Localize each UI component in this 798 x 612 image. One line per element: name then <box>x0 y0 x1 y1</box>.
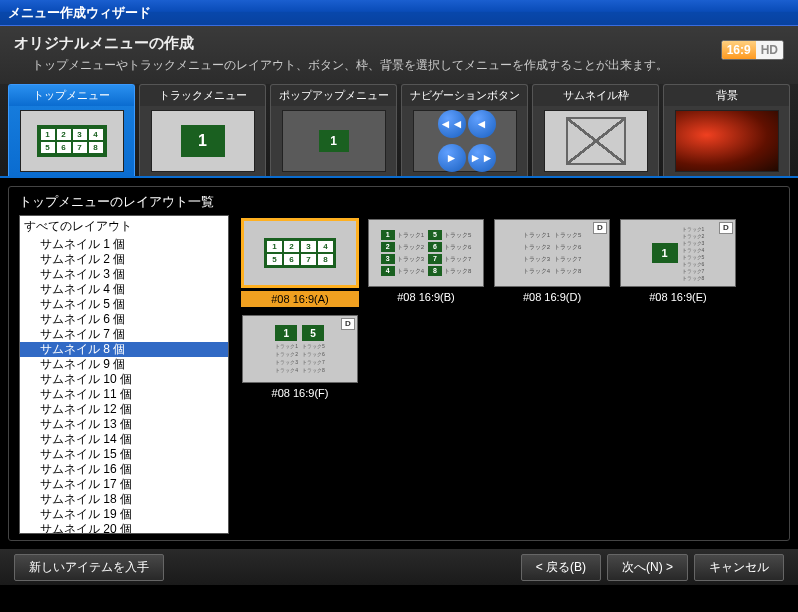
tree-item[interactable]: サムネイル 14 個 <box>20 432 228 447</box>
layout-tree[interactable]: すべてのレイアウト サムネイル 1 個サムネイル 2 個サムネイル 3 個サムネ… <box>19 215 229 534</box>
tree-item[interactable]: サムネイル 1 個 <box>20 237 228 252</box>
thumbnail-preview: トラック1トラック2トラック3トラック4トラック5トラック6トラック7トラック8… <box>494 219 610 287</box>
tree-item[interactable]: サムネイル 12 個 <box>20 402 228 417</box>
category-tabs: トップメニュー 1234 5678 トラックメニュー 1 ポップアップメニュー … <box>0 84 798 178</box>
layout-list-icon: トラック1トラック2トラック3トラック4トラック5トラック6トラック7トラック8 <box>523 230 582 276</box>
tree-item[interactable]: サムネイル 7 個 <box>20 327 228 342</box>
tree-item[interactable]: サムネイル 11 個 <box>20 387 228 402</box>
tab-label: ナビゲーションボタン <box>402 85 527 106</box>
tab-thumbnail-frame[interactable]: サムネイル枠 <box>532 84 659 176</box>
play-icon: ► <box>438 144 466 172</box>
tab-track-menu[interactable]: トラックメニュー 1 <box>139 84 266 176</box>
tree-item[interactable]: サムネイル 10 個 <box>20 372 228 387</box>
tree-item[interactable]: サムネイル 19 個 <box>20 507 228 522</box>
page-description: トップメニューやトラックメニューのレイアウト、ボタン、枠、背景を選択してメニュー… <box>14 57 784 74</box>
thumbnail-label: #08 16:9(A) <box>241 291 359 307</box>
nav-buttons-icon: ◄◄ ◄ ► ►► <box>438 110 492 172</box>
layout-single-icon: 1 <box>181 125 225 157</box>
rewind-icon: ◄◄ <box>438 110 466 138</box>
layout-thumbnail[interactable]: 1トラック1トラック2トラック3トラック4トラック5トラック6トラック7トラック… <box>619 219 737 307</box>
tab-nav-buttons[interactable]: ナビゲーションボタン ◄◄ ◄ ► ►► <box>401 84 528 176</box>
main-panel: トップメニューのレイアウト一覧 すべてのレイアウト サムネイル 1 個サムネイル… <box>8 186 790 541</box>
thumbnail-label: #08 16:9(E) <box>649 291 706 303</box>
dolby-badge-icon: D <box>593 222 607 234</box>
tree-item[interactable]: サムネイル 6 個 <box>20 312 228 327</box>
dolby-badge-icon: D <box>341 318 355 330</box>
tab-label: サムネイル枠 <box>533 85 658 106</box>
tree-item[interactable]: サムネイル 20 個 <box>20 522 228 534</box>
thumbnail-label: #08 16:9(F) <box>272 387 329 399</box>
aspect-ratio-label: 16:9 <box>722 41 756 59</box>
tab-background[interactable]: 背景 <box>663 84 790 176</box>
tab-preview <box>675 110 779 172</box>
thumbnail-preview: 1トラック1トラック2トラック3トラック4トラック5トラック6トラック7トラック… <box>620 219 736 287</box>
tab-preview: ◄◄ ◄ ► ►► <box>413 110 517 172</box>
back-button[interactable]: < 戻る(B) <box>521 554 601 581</box>
tab-preview <box>544 110 648 172</box>
tree-item[interactable]: サムネイル 18 個 <box>20 492 228 507</box>
tab-label: 背景 <box>664 85 789 106</box>
tree-item[interactable]: サムネイル 8 個 <box>20 342 228 357</box>
layout-one-icon: 1トラック1トラック2トラック3トラック4トラック5トラック6トラック7トラック… <box>652 226 705 281</box>
tree-item[interactable]: サムネイル 15 個 <box>20 447 228 462</box>
frame-placeholder-icon <box>566 117 626 165</box>
forward-icon: ►► <box>468 144 496 172</box>
tab-preview: 1 <box>151 110 255 172</box>
hd-label: HD <box>756 41 783 59</box>
thumbnail-preview: 1トラック12トラック23トラック34トラック45トラック56トラック67トラッ… <box>368 219 484 287</box>
tab-label: トップメニュー <box>9 85 134 106</box>
tab-label: トラックメニュー <box>140 85 265 106</box>
tab-top-menu[interactable]: トップメニュー 1234 5678 <box>8 84 135 176</box>
next-button[interactable]: 次へ(N) > <box>607 554 688 581</box>
layout-grid-icon: 12345678 <box>264 238 336 268</box>
tab-preview: 1 <box>282 110 386 172</box>
get-new-items-button[interactable]: 新しいアイテムを入手 <box>14 554 164 581</box>
layout-thumbnail[interactable]: トラック1トラック2トラック3トラック4トラック5トラック6トラック7トラック8… <box>493 219 611 307</box>
thumbnail-label: #08 16:9(D) <box>523 291 581 303</box>
list-title: トップメニューのレイアウト一覧 <box>9 187 789 215</box>
layout-grid-icon: 1234 5678 <box>37 125 107 157</box>
tree-item[interactable]: サムネイル 3 個 <box>20 267 228 282</box>
page-title: オリジナルメニューの作成 <box>14 34 784 53</box>
tab-label: ポップアップメニュー <box>271 85 396 106</box>
thumbnail-preview: 1トラック1トラック2トラック3トラック45トラック5トラック6トラック7トラッ… <box>242 315 358 383</box>
tree-item[interactable]: サムネイル 5 個 <box>20 297 228 312</box>
tab-preview: 1234 5678 <box>20 110 124 172</box>
layout-thumbnail[interactable]: 12345678#08 16:9(A) <box>241 219 359 307</box>
tree-item[interactable]: サムネイル 13 個 <box>20 417 228 432</box>
layout-two-icon: 1トラック1トラック2トラック3トラック45トラック5トラック6トラック7トラッ… <box>275 325 325 373</box>
aspect-hd-badge: 16:9 HD <box>721 40 784 60</box>
layout-gallery: 12345678#08 16:9(A)1トラック12トラック23トラック34トラ… <box>235 215 789 540</box>
cancel-button[interactable]: キャンセル <box>694 554 784 581</box>
tree-root[interactable]: すべてのレイアウト <box>20 216 228 237</box>
layout-thumbnail[interactable]: 1トラック12トラック23トラック34トラック45トラック56トラック67トラッ… <box>367 219 485 307</box>
layout-thumbnail[interactable]: 1トラック1トラック2トラック3トラック45トラック5トラック6トラック7トラッ… <box>241 315 359 399</box>
tree-item[interactable]: サムネイル 4 個 <box>20 282 228 297</box>
tab-popup-menu[interactable]: ポップアップメニュー 1 <box>270 84 397 176</box>
tree-item[interactable]: サムネイル 9 個 <box>20 357 228 372</box>
window-titlebar: メニュー作成ウィザード <box>0 0 798 26</box>
thumbnail-label: #08 16:9(B) <box>397 291 454 303</box>
layout-small-icon: 1 <box>319 130 349 152</box>
tree-item[interactable]: サムネイル 2 個 <box>20 252 228 267</box>
wizard-header: オリジナルメニューの作成 トップメニューやトラックメニューのレイアウト、ボタン、… <box>0 26 798 84</box>
tree-item[interactable]: サムネイル 17 個 <box>20 477 228 492</box>
prev-icon: ◄ <box>468 110 496 138</box>
dolby-badge-icon: D <box>719 222 733 234</box>
layout-list-icon: 1トラック12トラック23トラック34トラック45トラック56トラック67トラッ… <box>381 230 472 276</box>
wizard-footer: 新しいアイテムを入手 < 戻る(B) 次へ(N) > キャンセル <box>0 549 798 585</box>
tree-item[interactable]: サムネイル 16 個 <box>20 462 228 477</box>
thumbnail-preview: 12345678 <box>242 219 358 287</box>
window-title: メニュー作成ウィザード <box>8 4 151 22</box>
